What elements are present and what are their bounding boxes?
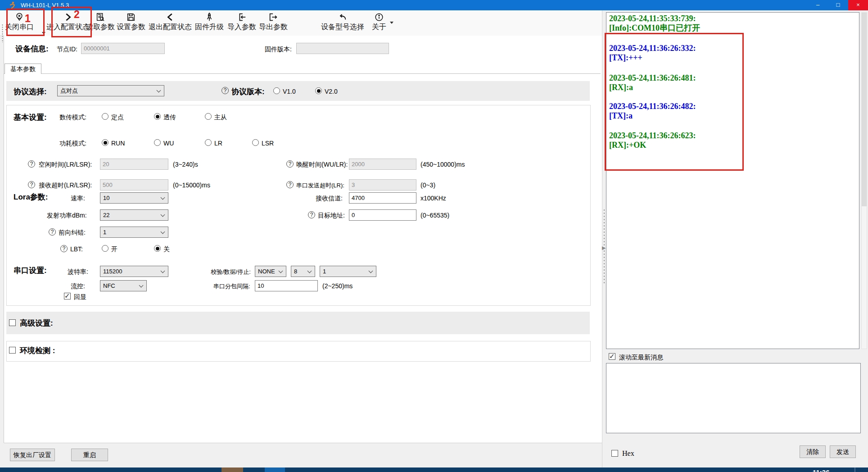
- radio-transfer-fixed-label[interactable]: 定点: [111, 113, 124, 122]
- toolbar-label: 导入参数: [227, 23, 256, 32]
- radio-protocol-v1[interactable]: [273, 87, 280, 94]
- radio-power-wu-label[interactable]: WU: [163, 140, 174, 147]
- radio-lbt-off-label[interactable]: 关: [163, 245, 170, 254]
- log-time: 2023-05-24,11:35:33:739:: [609, 14, 700, 23]
- help-icon: [308, 211, 315, 218]
- toolbar-button-import-params[interactable]: 导入参数: [227, 12, 256, 32]
- log-text: [RX]:+OK: [609, 141, 696, 150]
- rx-timeout-input[interactable]: 500: [100, 179, 168, 191]
- toolbar-button-exit-config[interactable]: 退出配置状态: [149, 12, 192, 32]
- log-time: 2023-05-24,11:36:26:482:: [609, 102, 696, 111]
- hex-checkbox[interactable]: [611, 450, 618, 457]
- rate-select[interactable]: 10: [100, 192, 168, 204]
- baud-select[interactable]: 115200: [100, 266, 168, 277]
- toolbar-button-device-model[interactable]: 设备型号选择: [321, 12, 364, 32]
- packet-interval-input[interactable]: 10: [255, 280, 318, 291]
- radio-protocol-v2-label[interactable]: V2.0: [325, 88, 338, 95]
- flow-select[interactable]: NFC: [100, 280, 147, 291]
- env-label[interactable]: 环境检测 :: [20, 345, 55, 356]
- toolbar-label: 固件升级: [195, 23, 224, 32]
- tx-timeout-input[interactable]: 3: [349, 179, 416, 191]
- about-icon: [374, 12, 384, 22]
- read-params-icon: [95, 12, 105, 22]
- toolbar-overflow-caret[interactable]: [42, 32, 45, 34]
- title-bar: WH-L101-L V1.5.3 – □ ×: [0, 0, 868, 10]
- target-address-range: (0~65535): [420, 212, 449, 219]
- close-button[interactable]: ×: [848, 0, 868, 10]
- factory-reset-button[interactable]: 恢复出厂设置: [10, 449, 55, 461]
- radio-transfer-transparent-label[interactable]: 透传: [163, 113, 176, 122]
- toolbar-button-export-params[interactable]: 导出参数: [259, 12, 288, 32]
- radio-protocol-v1-label[interactable]: V1.0: [283, 88, 296, 95]
- tab-basic-params[interactable]: 基本参数: [5, 64, 41, 74]
- radio-power-run[interactable]: [102, 139, 108, 146]
- radio-power-lr-label[interactable]: LR: [214, 140, 222, 147]
- radio-transfer-master-slave[interactable]: [205, 113, 212, 120]
- idle-time-input[interactable]: 20: [100, 159, 168, 170]
- hex-label[interactable]: Hex: [622, 449, 634, 458]
- log-scrollbar-thumb[interactable]: [862, 13, 867, 206]
- taskbar-app-1[interactable]: [222, 467, 243, 472]
- fec-select[interactable]: 1: [100, 227, 168, 238]
- taskbar-app-2[interactable]: [265, 467, 285, 472]
- send-button[interactable]: 发送: [830, 445, 856, 458]
- node-id-input[interactable]: 00000001: [81, 43, 165, 54]
- wake-time-input[interactable]: 2000: [349, 159, 416, 170]
- protocol-select[interactable]: 点对点: [57, 85, 164, 96]
- advanced-label[interactable]: 高级设置:: [20, 318, 53, 328]
- maximize-button[interactable]: □: [828, 0, 848, 10]
- about-dropdown-caret[interactable]: [390, 22, 393, 24]
- advanced-band: [6, 312, 590, 334]
- toolbar-label: 设备型号选择: [321, 23, 364, 32]
- tx-power-select[interactable]: 22: [100, 209, 168, 221]
- scroll-latest-checkbox[interactable]: [609, 353, 615, 360]
- send-input[interactable]: [606, 363, 861, 433]
- parity-select[interactable]: NONE: [255, 266, 286, 277]
- enter-config-icon: [63, 12, 73, 22]
- channel-input[interactable]: 4700: [349, 192, 416, 204]
- toolbar-button-enter-config[interactable]: 进入配置状态: [46, 12, 90, 32]
- toolbar-button-read-params[interactable]: 读取参数: [86, 12, 115, 32]
- radio-power-lr[interactable]: [205, 139, 212, 146]
- radio-transfer-master-slave-label[interactable]: 主从: [214, 113, 227, 122]
- wake-time-label: 唤醒时间(WU/LR):: [296, 161, 348, 169]
- radio-lbt-on-label[interactable]: 开: [111, 245, 118, 254]
- firmware-input[interactable]: [296, 43, 389, 54]
- env-checkbox[interactable]: [9, 347, 16, 354]
- radio-power-run-label[interactable]: RUN: [111, 140, 125, 147]
- help-icon: [49, 228, 56, 236]
- radio-transfer-fixed[interactable]: [102, 113, 108, 120]
- log-output-area[interactable]: [606, 12, 859, 349]
- serial-close-icon: [14, 12, 24, 22]
- echo-label[interactable]: 回显: [74, 293, 86, 301]
- toolbar-button-about[interactable]: 关于: [372, 12, 386, 32]
- minimize-button[interactable]: –: [808, 0, 828, 10]
- power-mode-label: 功耗模式:: [59, 140, 86, 148]
- toolbar-button-save-params[interactable]: 设置参数: [117, 12, 145, 32]
- echo-checkbox[interactable]: [64, 293, 71, 300]
- advanced-checkbox[interactable]: [9, 319, 16, 326]
- exit-config-icon: [165, 12, 175, 22]
- splitter-collapse-icon[interactable]: ▶: [602, 245, 606, 251]
- scroll-latest-label[interactable]: 滚动至最新消息: [619, 354, 663, 362]
- radio-protocol-v2[interactable]: [315, 87, 322, 94]
- restart-button[interactable]: 重启: [71, 449, 108, 461]
- node-id-label: 节点ID:: [57, 45, 77, 54]
- radio-lbt-on[interactable]: [102, 245, 108, 252]
- baud-label: 波特率:: [68, 268, 88, 276]
- annotation-number-1: 1: [25, 13, 31, 25]
- clear-button[interactable]: 清除: [800, 445, 826, 458]
- target-address-input[interactable]: 0: [349, 209, 416, 221]
- toolbar-button-firmware-upgrade[interactable]: 固件升级: [195, 12, 224, 32]
- databits-select[interactable]: 8: [291, 266, 315, 277]
- idle-time-range: (3~240)s: [173, 161, 198, 168]
- radio-lbt-off[interactable]: [154, 245, 161, 252]
- help-icon: [28, 181, 35, 188]
- panel-splitter[interactable]: ▶: [602, 10, 606, 467]
- radio-power-lsr-label[interactable]: LSR: [262, 140, 274, 147]
- radio-transfer-transparent[interactable]: [154, 113, 161, 120]
- stopbits-select[interactable]: 1: [320, 266, 376, 277]
- radio-power-wu[interactable]: [154, 139, 161, 146]
- fec-label: 前向纠错:: [59, 229, 86, 237]
- radio-power-lsr[interactable]: [252, 139, 259, 146]
